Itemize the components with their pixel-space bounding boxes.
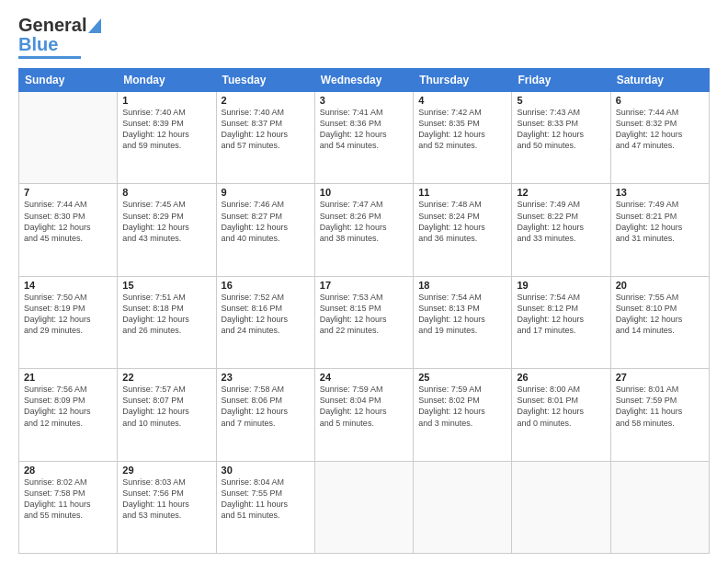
day-info: Sunrise: 7:42 AM Sunset: 8:35 PM Dayligh… (418, 107, 506, 152)
day-info: Sunrise: 7:41 AM Sunset: 8:36 PM Dayligh… (320, 107, 408, 152)
day-cell: 13Sunrise: 7:49 AM Sunset: 8:21 PM Dayli… (610, 184, 709, 276)
day-number: 7 (24, 187, 112, 198)
week-row-4: 21Sunrise: 7:56 AM Sunset: 8:09 PM Dayli… (19, 369, 710, 461)
day-number: 16 (222, 280, 310, 291)
day-cell: 26Sunrise: 8:00 AM Sunset: 8:01 PM Dayli… (512, 369, 610, 461)
day-cell (512, 461, 610, 553)
week-row-2: 7Sunrise: 7:44 AM Sunset: 8:30 PM Daylig… (19, 184, 710, 276)
day-info: Sunrise: 7:54 AM Sunset: 8:12 PM Dayligh… (517, 292, 605, 337)
day-number: 1 (122, 95, 210, 106)
day-info: Sunrise: 8:01 AM Sunset: 7:59 PM Dayligh… (616, 384, 704, 429)
day-number: 17 (320, 280, 408, 291)
week-row-1: 1Sunrise: 7:40 AM Sunset: 8:39 PM Daylig… (19, 92, 710, 184)
day-info: Sunrise: 7:48 AM Sunset: 8:24 PM Dayligh… (418, 199, 506, 244)
day-number: 28 (24, 465, 112, 476)
day-cell: 23Sunrise: 7:58 AM Sunset: 8:06 PM Dayli… (216, 369, 314, 461)
day-number: 11 (418, 187, 506, 198)
day-number: 26 (517, 372, 605, 383)
day-number: 13 (616, 187, 704, 198)
day-info: Sunrise: 7:49 AM Sunset: 8:22 PM Dayligh… (517, 199, 605, 244)
day-info: Sunrise: 7:53 AM Sunset: 8:15 PM Dayligh… (320, 292, 408, 337)
day-cell: 6Sunrise: 7:44 AM Sunset: 8:32 PM Daylig… (610, 92, 709, 184)
day-number: 18 (418, 280, 506, 291)
day-info: Sunrise: 7:44 AM Sunset: 8:32 PM Dayligh… (616, 107, 704, 152)
day-info: Sunrise: 7:51 AM Sunset: 8:18 PM Dayligh… (122, 292, 210, 337)
day-cell: 29Sunrise: 8:03 AM Sunset: 7:56 PM Dayli… (118, 461, 216, 553)
weekday-header-tuesday: Tuesday (216, 69, 314, 92)
day-cell: 30Sunrise: 8:04 AM Sunset: 7:55 PM Dayli… (216, 461, 314, 553)
day-cell: 19Sunrise: 7:54 AM Sunset: 8:12 PM Dayli… (512, 276, 610, 368)
day-info: Sunrise: 7:56 AM Sunset: 8:09 PM Dayligh… (24, 384, 112, 429)
day-number: 15 (122, 280, 210, 291)
day-cell: 3Sunrise: 7:41 AM Sunset: 8:36 PM Daylig… (314, 92, 413, 184)
day-info: Sunrise: 8:02 AM Sunset: 7:58 PM Dayligh… (24, 477, 112, 522)
day-info: Sunrise: 7:44 AM Sunset: 8:30 PM Dayligh… (24, 199, 112, 244)
day-cell: 18Sunrise: 7:54 AM Sunset: 8:13 PM Dayli… (414, 276, 512, 368)
day-number: 21 (24, 372, 112, 383)
day-number: 5 (517, 95, 605, 106)
day-number: 22 (122, 372, 210, 383)
day-number: 19 (517, 280, 605, 291)
day-cell: 7Sunrise: 7:44 AM Sunset: 8:30 PM Daylig… (19, 184, 118, 276)
day-cell: 25Sunrise: 7:59 AM Sunset: 8:02 PM Dayli… (414, 369, 512, 461)
logo-underline (18, 56, 81, 59)
day-info: Sunrise: 7:58 AM Sunset: 8:06 PM Dayligh… (222, 384, 310, 429)
weekday-header-sunday: Sunday (19, 69, 118, 92)
day-info: Sunrise: 7:59 AM Sunset: 8:02 PM Dayligh… (418, 384, 506, 429)
day-info: Sunrise: 7:45 AM Sunset: 8:29 PM Dayligh… (122, 199, 210, 244)
day-cell: 15Sunrise: 7:51 AM Sunset: 8:18 PM Dayli… (118, 276, 216, 368)
day-cell: 5Sunrise: 7:43 AM Sunset: 8:33 PM Daylig… (512, 92, 610, 184)
day-number: 6 (616, 95, 704, 106)
day-cell: 20Sunrise: 7:55 AM Sunset: 8:10 PM Dayli… (610, 276, 709, 368)
day-cell (314, 461, 413, 553)
day-info: Sunrise: 7:52 AM Sunset: 8:16 PM Dayligh… (222, 292, 310, 337)
header: General Blue (18, 15, 710, 59)
day-number: 8 (122, 187, 210, 198)
day-cell (610, 461, 709, 553)
day-number: 20 (616, 280, 704, 291)
logo: General Blue (18, 15, 101, 59)
day-number: 9 (222, 187, 310, 198)
day-info: Sunrise: 8:03 AM Sunset: 7:56 PM Dayligh… (122, 477, 210, 522)
day-number: 4 (418, 95, 506, 106)
page: General Blue SundayMondayTuesdayWednesda… (0, 0, 728, 563)
logo-blue: Blue (18, 34, 58, 55)
day-info: Sunrise: 8:04 AM Sunset: 7:55 PM Dayligh… (222, 477, 310, 522)
week-row-3: 14Sunrise: 7:50 AM Sunset: 8:19 PM Dayli… (19, 276, 710, 368)
day-info: Sunrise: 7:49 AM Sunset: 8:21 PM Dayligh… (616, 199, 704, 244)
day-cell (19, 92, 118, 184)
logo-general: General (18, 15, 86, 36)
day-cell: 16Sunrise: 7:52 AM Sunset: 8:16 PM Dayli… (216, 276, 314, 368)
day-cell: 11Sunrise: 7:48 AM Sunset: 8:24 PM Dayli… (414, 184, 512, 276)
day-info: Sunrise: 7:40 AM Sunset: 8:37 PM Dayligh… (222, 107, 310, 152)
weekday-header-row: SundayMondayTuesdayWednesdayThursdayFrid… (19, 69, 710, 92)
day-info: Sunrise: 7:43 AM Sunset: 8:33 PM Dayligh… (517, 107, 605, 152)
day-info: Sunrise: 7:55 AM Sunset: 8:10 PM Dayligh… (616, 292, 704, 337)
week-row-5: 28Sunrise: 8:02 AM Sunset: 7:58 PM Dayli… (19, 461, 710, 553)
day-cell: 1Sunrise: 7:40 AM Sunset: 8:39 PM Daylig… (118, 92, 216, 184)
day-number: 29 (122, 465, 210, 476)
day-info: Sunrise: 7:57 AM Sunset: 8:07 PM Dayligh… (122, 384, 210, 429)
day-info: Sunrise: 7:59 AM Sunset: 8:04 PM Dayligh… (320, 384, 408, 429)
day-cell: 17Sunrise: 7:53 AM Sunset: 8:15 PM Dayli… (314, 276, 413, 368)
day-cell: 24Sunrise: 7:59 AM Sunset: 8:04 PM Dayli… (314, 369, 413, 461)
weekday-header-wednesday: Wednesday (314, 69, 413, 92)
day-info: Sunrise: 8:00 AM Sunset: 8:01 PM Dayligh… (517, 384, 605, 429)
day-cell: 21Sunrise: 7:56 AM Sunset: 8:09 PM Dayli… (19, 369, 118, 461)
day-info: Sunrise: 7:46 AM Sunset: 8:27 PM Dayligh… (222, 199, 310, 244)
day-cell: 12Sunrise: 7:49 AM Sunset: 8:22 PM Dayli… (512, 184, 610, 276)
day-cell: 4Sunrise: 7:42 AM Sunset: 8:35 PM Daylig… (414, 92, 512, 184)
day-cell: 8Sunrise: 7:45 AM Sunset: 8:29 PM Daylig… (118, 184, 216, 276)
day-cell: 27Sunrise: 8:01 AM Sunset: 7:59 PM Dayli… (610, 369, 709, 461)
day-info: Sunrise: 7:50 AM Sunset: 8:19 PM Dayligh… (24, 292, 112, 337)
day-info: Sunrise: 7:54 AM Sunset: 8:13 PM Dayligh… (418, 292, 506, 337)
weekday-header-monday: Monday (118, 69, 216, 92)
day-number: 14 (24, 280, 112, 291)
day-cell: 14Sunrise: 7:50 AM Sunset: 8:19 PM Dayli… (19, 276, 118, 368)
day-number: 25 (418, 372, 506, 383)
day-cell: 2Sunrise: 7:40 AM Sunset: 8:37 PM Daylig… (216, 92, 314, 184)
weekday-header-thursday: Thursday (414, 69, 512, 92)
day-number: 23 (222, 372, 310, 383)
day-cell: 22Sunrise: 7:57 AM Sunset: 8:07 PM Dayli… (118, 369, 216, 461)
calendar: SundayMondayTuesdayWednesdayThursdayFrid… (18, 68, 710, 554)
